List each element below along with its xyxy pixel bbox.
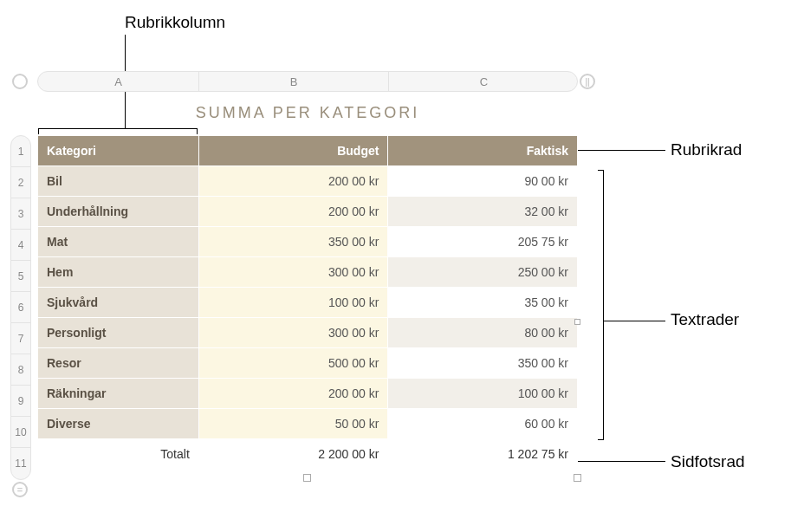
row-header-11[interactable]: 11 bbox=[11, 448, 30, 479]
column-header-a[interactable]: A bbox=[38, 72, 199, 91]
budget-cell[interactable]: 350 00 kr bbox=[198, 227, 388, 257]
budget-cell[interactable]: 200 00 kr bbox=[198, 379, 388, 409]
add-column-icon: || bbox=[585, 77, 590, 87]
column-headers-bar: A B C bbox=[37, 71, 578, 92]
table-row: Diverse 50 00 kr 60 00 kr bbox=[38, 409, 578, 439]
row-header-2[interactable]: 2 bbox=[11, 167, 30, 198]
actual-cell[interactable]: 205 75 kr bbox=[388, 227, 578, 257]
actual-cell[interactable]: 35 00 kr bbox=[388, 288, 578, 318]
actual-cell[interactable]: 32 00 kr bbox=[388, 197, 578, 227]
callout-line bbox=[574, 150, 665, 151]
actual-cell[interactable]: 100 00 kr bbox=[388, 379, 578, 409]
table-row: Räkningar 200 00 kr 100 00 kr bbox=[38, 379, 578, 409]
actual-cell[interactable]: 250 00 kr bbox=[388, 257, 578, 288]
footer-actual-cell[interactable]: 1 202 75 kr bbox=[388, 439, 578, 470]
bracket-body-rows bbox=[603, 170, 604, 440]
actual-cell[interactable]: 90 00 kr bbox=[388, 166, 578, 197]
column-header-c[interactable]: C bbox=[389, 72, 579, 91]
budget-cell[interactable]: 200 00 kr bbox=[198, 197, 388, 227]
header-cell-category[interactable]: Kategori bbox=[38, 136, 199, 166]
table-row: Underhållning 200 00 kr 32 00 kr bbox=[38, 197, 578, 227]
table-row: Bil 200 00 kr 90 00 kr bbox=[38, 166, 578, 197]
table-corner-handle[interactable] bbox=[12, 74, 28, 89]
row-header-10[interactable]: 10 bbox=[11, 417, 30, 448]
resize-handle-right[interactable] bbox=[574, 319, 580, 325]
data-table: Kategori Budget Faktisk Bil 200 00 kr 90… bbox=[37, 135, 578, 470]
header-cell-budget[interactable]: Budget bbox=[198, 136, 388, 166]
column-header-b[interactable]: B bbox=[199, 72, 389, 91]
actual-cell[interactable]: 350 00 kr bbox=[388, 348, 578, 379]
budget-cell[interactable]: 300 00 kr bbox=[198, 257, 388, 288]
header-cell-actual[interactable]: Faktisk bbox=[388, 136, 578, 166]
footer-budget-cell[interactable]: 2 200 00 kr bbox=[198, 439, 388, 470]
table-title[interactable]: SUMMA PER KATEGORI bbox=[37, 104, 578, 122]
category-cell[interactable]: Sjukvård bbox=[38, 288, 199, 318]
category-cell[interactable]: Personligt bbox=[38, 318, 199, 348]
resize-handle-bottom[interactable] bbox=[303, 474, 311, 482]
row-header-5[interactable]: 5 bbox=[11, 261, 30, 292]
category-cell[interactable]: Bil bbox=[38, 166, 199, 197]
header-row: Kategori Budget Faktisk bbox=[38, 136, 578, 166]
row-header-3[interactable]: 3 bbox=[11, 198, 30, 230]
bracket-header-column bbox=[38, 128, 198, 129]
actual-cell[interactable]: 80 00 kr bbox=[388, 318, 578, 348]
row-header-1[interactable]: 1 bbox=[11, 136, 30, 167]
table-row: Mat 350 00 kr 205 75 kr bbox=[38, 227, 578, 257]
row-header-6[interactable]: 6 bbox=[11, 292, 30, 323]
category-cell[interactable]: Mat bbox=[38, 227, 199, 257]
budget-cell[interactable]: 50 00 kr bbox=[198, 409, 388, 439]
budget-cell[interactable]: 500 00 kr bbox=[198, 348, 388, 379]
add-row-icon: = bbox=[17, 484, 23, 495]
row-headers-bar: 1 2 3 4 5 6 7 8 9 10 11 bbox=[10, 135, 31, 480]
table-row: Personligt 300 00 kr 80 00 kr bbox=[38, 318, 578, 348]
table-row: Sjukvård 100 00 kr 35 00 kr bbox=[38, 288, 578, 318]
row-header-8[interactable]: 8 bbox=[11, 354, 30, 386]
budget-cell[interactable]: 300 00 kr bbox=[198, 318, 388, 348]
row-header-7[interactable]: 7 bbox=[11, 323, 30, 354]
row-header-4[interactable]: 4 bbox=[11, 230, 30, 261]
callout-body-rows: Textrader bbox=[671, 310, 739, 329]
callout-line bbox=[603, 321, 665, 321]
category-cell[interactable]: Diverse bbox=[38, 409, 199, 439]
table-row: Hem 300 00 kr 250 00 kr bbox=[38, 257, 578, 288]
category-cell[interactable]: Hem bbox=[38, 257, 199, 288]
resize-handle-corner[interactable] bbox=[574, 474, 581, 482]
add-row-handle[interactable]: = bbox=[12, 482, 28, 497]
callout-header-row: Rubrikrad bbox=[671, 140, 742, 159]
callout-footer-row: Sidfotsrad bbox=[671, 452, 745, 471]
callout-line bbox=[574, 461, 665, 462]
table-row: Resor 500 00 kr 350 00 kr bbox=[38, 348, 578, 379]
budget-cell[interactable]: 200 00 kr bbox=[198, 166, 388, 197]
footer-row: Totalt 2 200 00 kr 1 202 75 kr bbox=[38, 439, 578, 470]
category-cell[interactable]: Resor bbox=[38, 348, 199, 379]
category-cell[interactable]: Räkningar bbox=[38, 379, 199, 409]
budget-cell[interactable]: 100 00 kr bbox=[198, 288, 388, 318]
add-column-handle[interactable]: || bbox=[580, 74, 595, 89]
footer-label-cell[interactable]: Totalt bbox=[38, 439, 199, 470]
callout-header-column: Rubrikkolumn bbox=[125, 13, 225, 32]
category-cell[interactable]: Underhållning bbox=[38, 197, 199, 227]
row-header-9[interactable]: 9 bbox=[11, 386, 30, 417]
actual-cell[interactable]: 60 00 kr bbox=[388, 409, 578, 439]
